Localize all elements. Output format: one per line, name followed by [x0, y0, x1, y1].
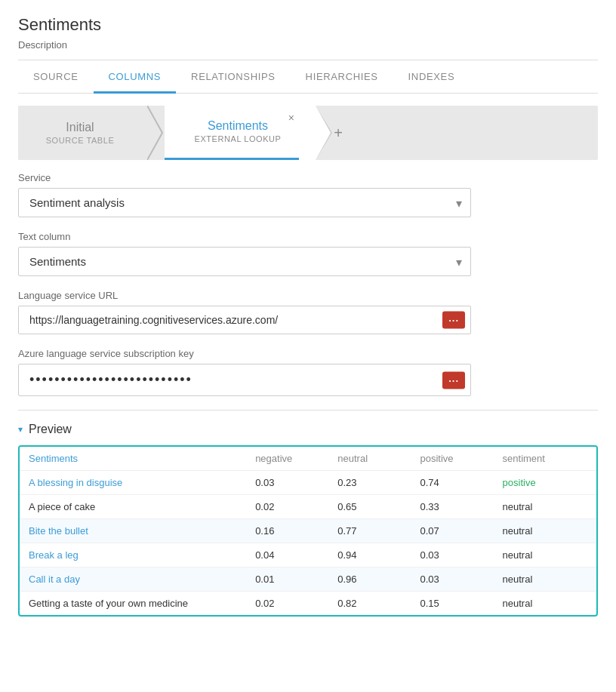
pipeline-separator [146, 106, 165, 160]
cell-negative: 0.04 [246, 543, 328, 567]
cell-neutral: 0.96 [328, 567, 411, 592]
cell-positive: 0.03 [411, 543, 493, 567]
subscription-key-input[interactable] [18, 364, 471, 396]
table-row: A blessing in disguise0.030.230.74positi… [20, 471, 596, 495]
page-title: Sentiments [18, 15, 598, 35]
pipeline-active-underline [165, 158, 299, 160]
section-divider [18, 410, 598, 411]
tab-relationships[interactable]: RELATIONSHIPS [176, 60, 291, 94]
cell-positive: 0.07 [411, 519, 493, 543]
cell-sentiments: A piece of cake [20, 495, 246, 519]
pipeline-step-sentiments-name: Sentiments [208, 119, 268, 133]
cell-negative: 0.02 [246, 592, 328, 616]
cell-sentiment: neutral [494, 495, 596, 519]
cell-sentiment: neutral [494, 567, 596, 592]
service-label: Service [18, 172, 598, 183]
cell-positive: 0.03 [411, 567, 493, 592]
language-url-label: Language service URL [18, 290, 598, 301]
table-row: A piece of cake0.020.650.33neutral [20, 495, 596, 519]
page-container: Sentiments Description SOURCE COLUMNS RE… [0, 0, 616, 617]
table-row: Break a leg0.040.940.03neutral [20, 543, 596, 567]
cell-sentiments: Break a leg [20, 543, 246, 567]
cell-sentiments: Call it a day [20, 567, 246, 592]
subscription-key-label: Azure language service subscription key [18, 348, 598, 359]
cell-sentiment: neutral [494, 543, 596, 567]
language-url-action-button[interactable]: ··· [442, 312, 465, 329]
pipeline-step-close-icon[interactable]: × [288, 112, 294, 124]
cell-sentiment: positive [494, 471, 596, 495]
preview-header: ▾ Preview [18, 423, 598, 436]
service-select-wrapper: Sentiment analysis ▾ [18, 188, 471, 217]
cell-positive: 0.74 [411, 471, 493, 495]
cell-negative: 0.02 [246, 495, 328, 519]
cell-sentiments: Getting a taste of your own medicine [20, 592, 246, 616]
preview-section: ▾ Preview Sentiments negative neutral po… [18, 423, 598, 617]
cell-sentiments: Bite the bullet [20, 519, 246, 543]
preview-table: Sentiments negative neutral positive sen… [20, 447, 596, 615]
pipeline-step-sentiments-sub: EXTERNAL LOOKUP [195, 134, 282, 143]
tab-source[interactable]: SOURCE [18, 60, 94, 94]
cell-neutral: 0.65 [328, 495, 411, 519]
cell-positive: 0.15 [411, 592, 493, 616]
service-select[interactable]: Sentiment analysis [18, 188, 471, 217]
table-row: Call it a day0.010.960.03neutral [20, 567, 596, 592]
cell-negative: 0.16 [246, 519, 328, 543]
subscription-key-section: Azure language service subscription key … [18, 348, 598, 396]
text-column-select[interactable]: Sentiments [18, 247, 471, 276]
pipeline-step-initial-sub: SOURCE TABLE [46, 136, 115, 145]
service-section: Service Sentiment analysis ▾ [18, 172, 598, 217]
col-header-sentiment: sentiment [494, 447, 596, 471]
cell-neutral: 0.94 [328, 543, 411, 567]
language-url-input-wrapper: ··· [18, 306, 471, 334]
tab-hierarchies[interactable]: HIERARCHIES [291, 60, 393, 94]
pipeline-step-sentiments[interactable]: Sentiments EXTERNAL LOOKUP × [165, 106, 316, 160]
col-header-sentiments: Sentiments [20, 447, 246, 471]
cell-sentiment: neutral [494, 519, 596, 543]
cell-negative: 0.03 [246, 471, 328, 495]
subscription-key-action-button[interactable]: ··· [442, 371, 465, 389]
cell-sentiment: neutral [494, 592, 596, 616]
preview-table-container: Sentiments negative neutral positive sen… [18, 445, 598, 617]
pipeline-bar: Initial SOURCE TABLE Sentiments EXTERNAL… [18, 106, 598, 160]
preview-title: Preview [29, 423, 72, 436]
cell-neutral: 0.82 [328, 592, 411, 616]
page-description: Description [18, 39, 598, 60]
preview-toggle-icon[interactable]: ▾ [18, 424, 23, 435]
table-row: Bite the bullet0.160.770.07neutral [20, 519, 596, 543]
tab-indexes[interactable]: INDEXES [393, 60, 470, 94]
text-column-section: Text column Sentiments ▾ [18, 231, 598, 276]
cell-neutral: 0.23 [328, 471, 411, 495]
col-header-neutral: neutral [328, 447, 411, 471]
col-header-positive: positive [411, 447, 493, 471]
text-column-select-wrapper: Sentiments ▾ [18, 247, 471, 276]
language-url-input[interactable] [18, 306, 471, 334]
table-row: Getting a taste of your own medicine0.02… [20, 592, 596, 616]
tab-columns[interactable]: COLUMNS [94, 60, 177, 94]
cell-sentiments: A blessing in disguise [20, 471, 246, 495]
col-header-negative: negative [246, 447, 328, 471]
pipeline-step-initial-name: Initial [66, 121, 94, 134]
tabs-nav: SOURCE COLUMNS RELATIONSHIPS HIERARCHIES… [18, 60, 598, 94]
pipeline-step-initial[interactable]: Initial SOURCE TABLE [18, 106, 146, 160]
language-url-section: Language service URL ··· [18, 290, 598, 334]
text-column-label: Text column [18, 231, 598, 242]
cell-neutral: 0.77 [328, 519, 411, 543]
cell-positive: 0.33 [411, 495, 493, 519]
subscription-key-input-wrapper: ··· [18, 364, 471, 396]
cell-negative: 0.01 [246, 567, 328, 592]
table-header-row: Sentiments negative neutral positive sen… [20, 447, 596, 471]
